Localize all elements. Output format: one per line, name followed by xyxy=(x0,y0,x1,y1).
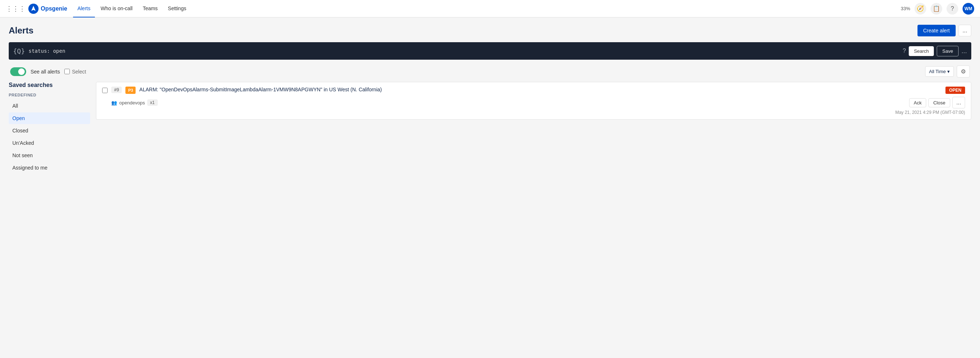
page-header: Alerts Create alert ... xyxy=(9,25,971,37)
alerts-toolbar: See all alerts Select All Time ▾ ⚙ xyxy=(9,66,971,77)
filter-settings-button[interactable]: ⚙ xyxy=(957,66,970,77)
header-more-button[interactable]: ... xyxy=(959,25,971,37)
search-query-text: status: open xyxy=(29,48,65,54)
filter-settings-icon: ⚙ xyxy=(961,69,966,75)
close-alert-button[interactable]: Close xyxy=(928,98,950,107)
clipboard-icon-btn[interactable]: 📋 xyxy=(931,3,942,14)
select-all-checkbox[interactable] xyxy=(64,69,70,74)
logo[interactable]: Opsgenie xyxy=(29,4,67,14)
sidebar-item-not-seen[interactable]: Not seen xyxy=(9,150,90,161)
toolbar-right: All Time ▾ ⚙ xyxy=(925,66,970,77)
nav-oncall[interactable]: Who is on-call xyxy=(96,0,137,18)
toolbar-left: See all alerts Select xyxy=(10,67,86,76)
search-input-area[interactable]: status: open xyxy=(29,48,903,54)
main-content: Alerts Create alert ... {Q} status: open… xyxy=(0,18,980,182)
percentage-indicator: 33% xyxy=(901,6,910,11)
toggle-slider xyxy=(10,67,26,76)
alert-list: #9 P3 ALARM: "OpenDevOpsAlarms-SubmitIma… xyxy=(96,82,971,174)
ack-button[interactable]: Ack xyxy=(909,98,927,107)
predefined-section-label: PREDEFINED xyxy=(9,93,90,97)
team-icon: 👥 xyxy=(111,100,117,105)
sidebar: Saved searches PREDEFINED All Open Close… xyxy=(9,82,96,174)
alert-actions: Ack Close ... xyxy=(909,97,965,109)
select-label: Select xyxy=(72,69,86,75)
search-bar-actions: ? Search Save ... xyxy=(902,46,967,56)
sidebar-item-open[interactable]: Open xyxy=(9,112,90,124)
page-title: Alerts xyxy=(9,26,33,36)
sidebar-item-unacked[interactable]: Un'Acked xyxy=(9,137,90,149)
help-icon-btn[interactable]: ? xyxy=(947,3,958,14)
see-all-toggle[interactable] xyxy=(10,67,26,76)
priority-badge: P3 xyxy=(126,86,135,94)
chevron-down-icon: ▾ xyxy=(947,69,950,74)
save-button[interactable]: Save xyxy=(937,46,959,56)
alert-card-top: #9 P3 ALARM: "OpenDevOpsAlarms-SubmitIma… xyxy=(102,86,965,94)
compass-icon-btn[interactable]: 🧭 xyxy=(915,3,926,14)
time-filter-label: All Time xyxy=(929,69,946,74)
nav-settings[interactable]: Settings xyxy=(164,0,191,18)
avatar[interactable]: WM xyxy=(963,3,974,14)
select-checkbox-wrapper: Select xyxy=(64,69,86,75)
alert-id-badge: #9 xyxy=(111,86,122,93)
logo-text: Opsgenie xyxy=(41,5,67,12)
alert-checkbox[interactable] xyxy=(102,88,108,93)
top-navigation: ⋮⋮⋮ Opsgenie Alerts Who is on-call Teams… xyxy=(0,0,980,18)
alert-timestamp: May 21, 2021 4:29 PM (GMT-07:00) xyxy=(102,110,965,115)
nav-teams[interactable]: Teams xyxy=(138,0,162,18)
sidebar-item-closed[interactable]: Closed xyxy=(9,125,90,136)
alert-team: 👥 opendevops x1 xyxy=(111,99,158,106)
search-button[interactable]: Search xyxy=(909,46,934,56)
toggle-label: See all alerts xyxy=(30,69,60,75)
alert-card-bottom: 👥 opendevops x1 Ack Close ... xyxy=(102,97,965,109)
nav-items: Alerts Who is on-call Teams Settings xyxy=(73,0,898,18)
create-alert-button[interactable]: Create alert xyxy=(918,25,956,37)
search-help-button[interactable]: ? xyxy=(902,48,906,54)
nav-alerts[interactable]: Alerts xyxy=(73,0,95,18)
topnav-right: 33% 🧭 📋 ? WM xyxy=(901,3,974,14)
saved-searches-header: Saved searches xyxy=(9,82,90,88)
time-filter-dropdown[interactable]: All Time ▾ xyxy=(925,66,954,77)
search-bar: {Q} status: open ? Search Save ... xyxy=(9,42,971,60)
query-icon: {Q} xyxy=(13,47,25,55)
content-layout: Saved searches PREDEFINED All Open Close… xyxy=(9,82,971,174)
team-name[interactable]: opendevops xyxy=(119,100,145,105)
search-more-button[interactable]: ... xyxy=(961,47,967,55)
sidebar-item-all[interactable]: All xyxy=(9,100,90,112)
alert-title[interactable]: ALARM: "OpenDevOpsAlarms-SubmitImageLamb… xyxy=(139,86,942,93)
grid-icon[interactable]: ⋮⋮⋮ xyxy=(6,5,25,13)
sidebar-item-assigned-to-me[interactable]: Assigned to me xyxy=(9,162,90,174)
alert-more-button[interactable]: ... xyxy=(952,97,965,109)
table-row: #9 P3 ALARM: "OpenDevOpsAlarms-SubmitIma… xyxy=(96,82,971,120)
alert-count-badge: x1 xyxy=(147,99,158,106)
status-badge: OPEN xyxy=(945,86,965,94)
header-actions: Create alert ... xyxy=(918,25,972,37)
